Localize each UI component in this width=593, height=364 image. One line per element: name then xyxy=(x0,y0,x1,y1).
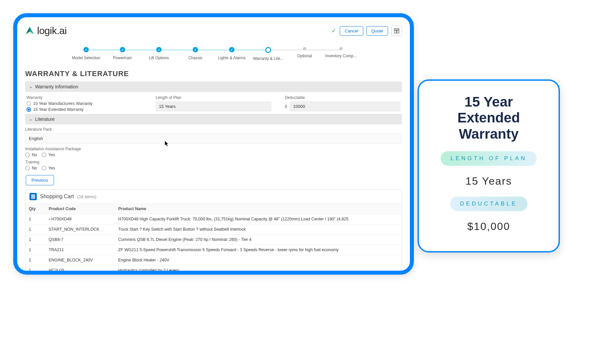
check-icon: ✓ xyxy=(331,27,336,34)
col-code: Product Code xyxy=(45,204,115,214)
cell-qty: 1 xyxy=(25,224,45,235)
table-row[interactable]: 1 ENGINE_BLOCK_240V Engine Block Heater … xyxy=(25,255,402,265)
step-item[interactable]: Inventory Comp... xyxy=(323,47,359,58)
cell-qty: 1 xyxy=(25,245,45,255)
training-block: Training No Yes xyxy=(25,160,402,170)
step-line xyxy=(195,50,232,50)
warranty-option[interactable]: 15 Year Extended Warranty xyxy=(26,107,142,112)
svg-rect-4 xyxy=(394,30,396,33)
cell-name: Engine Block Heater - 240V xyxy=(115,255,402,265)
step-label: Lights & Alarms xyxy=(218,56,245,60)
step-line xyxy=(232,50,268,50)
step-line xyxy=(268,50,305,50)
step-item[interactable]: Optional xyxy=(286,47,323,58)
step-line xyxy=(159,50,195,50)
length-input[interactable] xyxy=(156,101,272,112)
option-label: 15 Year Extended Warranty xyxy=(33,107,83,112)
step-dot: ✓ xyxy=(156,47,162,52)
cart-grid-icon xyxy=(29,193,37,200)
brand-text: logik.ai xyxy=(37,25,67,36)
logo: logik.ai xyxy=(25,25,67,36)
cell-name: ZF WG211 5-Speed Powershift Transmission… xyxy=(115,245,402,255)
step-item[interactable]: ✓ Chassis xyxy=(177,47,214,60)
training-label: Training xyxy=(25,160,402,164)
previous-button[interactable]: Previous xyxy=(26,175,54,185)
step-dot: ✓ xyxy=(83,47,89,52)
iap-label: Installation Assistance Package xyxy=(25,147,402,151)
header: logik.ai ✓ Cancel Quote xyxy=(25,23,402,39)
cursor-icon xyxy=(165,141,169,148)
step-item[interactable]: ✓ Lights & Alarms xyxy=(214,47,250,60)
deductable-pill: DEDUCTABLE xyxy=(450,197,527,211)
cell-qty: 1 xyxy=(25,235,45,245)
step-label: Powertrain xyxy=(113,56,132,60)
step-dot xyxy=(303,47,306,50)
cell-qty: 1 xyxy=(25,214,45,224)
training-yes-option[interactable]: Yes xyxy=(42,166,55,170)
quote-button[interactable]: Quote xyxy=(367,26,388,36)
cart-title: Shopping Cart xyxy=(40,194,74,200)
layout-toggle-button[interactable] xyxy=(391,25,402,36)
option-label: 10 Year Manufacturers Warranty xyxy=(33,101,93,106)
table-row[interactable]: 1 START_NON_INTERLOCK Truck Start ? Key … xyxy=(25,224,402,235)
length-col: Length of Plan xyxy=(156,95,272,112)
iap-no-option[interactable]: No xyxy=(25,153,37,157)
svg-rect-5 xyxy=(397,30,399,33)
step-label: Chassis xyxy=(188,56,203,60)
page-title: WARRANTY & LITERATURE xyxy=(25,69,402,78)
currency-symbol: $ xyxy=(285,104,287,109)
warranty-option[interactable]: 10 Year Manufacturers Warranty xyxy=(26,101,142,106)
svg-rect-8 xyxy=(31,198,35,199)
literature-pack-block: Literature Pack xyxy=(25,127,402,144)
table-row[interactable]: 1 TRA211 ZF WG211 5-Speed Powershift Tra… xyxy=(25,245,402,255)
cell-qty: 1 xyxy=(25,255,45,265)
length-label: Length of Plan xyxy=(156,95,272,100)
step-label: Warranty & Lite... xyxy=(253,56,283,61)
step-item[interactable]: Warranty & Lite... xyxy=(250,47,286,61)
cell-name: H700XD48 High Capacity Forklift Truck: 7… xyxy=(115,214,402,224)
cart-table: Qty Product Code Product Name 1 ▾H700XD4… xyxy=(25,204,402,275)
step-item[interactable]: ✓ Model Selection xyxy=(68,47,104,60)
cell-code: ENGINE_BLOCK_240V xyxy=(45,255,115,265)
step-dot xyxy=(339,47,343,50)
step-item[interactable]: ✓ Lift Options xyxy=(141,47,177,60)
radio-icon xyxy=(26,107,31,112)
header-actions: ✓ Cancel Quote xyxy=(331,25,402,36)
iap-yes-option[interactable]: Yes xyxy=(42,153,55,157)
table-row[interactable]: 1 QSB6-7 Cummins QSB 6.7L Diesel Engine … xyxy=(25,235,402,245)
length-value: 15 Years xyxy=(466,175,512,187)
deduct-col: Deductable $ xyxy=(285,95,401,112)
cart-count: (18 items) xyxy=(77,194,96,199)
chevron-down-icon: ⌄ xyxy=(29,84,32,89)
length-pill: LENGTH OF PLAN xyxy=(441,151,537,166)
literature-pack-input[interactable] xyxy=(25,133,402,144)
stepper: ✓ Model Selection ✓ Powertrain ✓ Lift Op… xyxy=(25,39,402,64)
deductable-label: Deductable xyxy=(285,95,401,100)
step-label: Lift Options xyxy=(149,56,169,60)
chevron-down-icon: ⌄ xyxy=(29,117,32,121)
deductable-value: $10,000 xyxy=(467,220,510,233)
literature-section-header[interactable]: ⌄ Literature xyxy=(25,114,402,124)
cell-code: QSB6-7 xyxy=(45,235,115,245)
step-line xyxy=(86,50,123,50)
cell-qty: 1 xyxy=(25,265,45,275)
svg-rect-3 xyxy=(394,28,399,30)
literature-pack-label: Literature Pack xyxy=(25,127,402,132)
literature-section-title: Literature xyxy=(35,116,55,122)
step-dot: ✓ xyxy=(229,47,234,52)
deductable-input[interactable] xyxy=(290,101,401,112)
logo-icon xyxy=(25,26,34,35)
cell-name: Truck Start ? Key Switch with Start Butt… xyxy=(115,224,402,235)
cell-code: TRA211 xyxy=(45,245,115,255)
svg-rect-6 xyxy=(31,195,35,196)
warranty-option-col: Warranty 10 Year Manufacturers Warranty1… xyxy=(26,95,142,112)
table-row[interactable]: 1 ▾H700XD48 H700XD48 High Capacity Forkl… xyxy=(25,214,402,224)
warranty-section-header[interactable]: ⌄ Warranty Information xyxy=(25,81,402,92)
svg-rect-7 xyxy=(31,196,35,197)
cell-name: Cummins QSB 6.7L Diesel Engine (Peak: 27… xyxy=(115,235,402,245)
training-no-option[interactable]: No xyxy=(25,166,37,170)
cell-code: ▾H700XD48 xyxy=(45,214,115,224)
step-item[interactable]: ✓ Powertrain xyxy=(104,47,141,60)
cancel-button[interactable]: Cancel xyxy=(340,26,363,36)
table-row[interactable]: 1 HC2L0S Hydraulics controlled by 2 Leve… xyxy=(25,265,402,275)
